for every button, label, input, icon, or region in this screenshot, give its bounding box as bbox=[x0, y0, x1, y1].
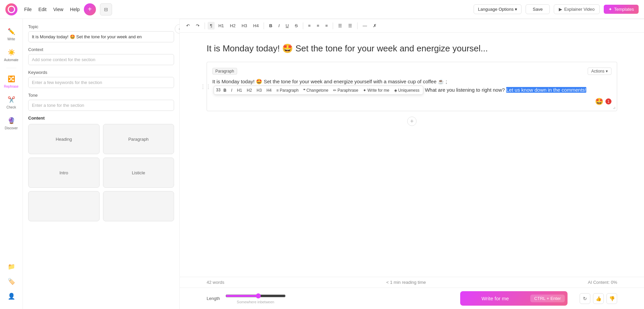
actions-button[interactable]: Actions ▾ bbox=[588, 68, 611, 75]
inline-writeforme-button[interactable]: ✦ Write for me bbox=[361, 87, 391, 93]
editor-scroll: It is Monday today! 🤩 Set the tone for y… bbox=[180, 33, 644, 277]
write-label: Write bbox=[7, 37, 15, 41]
h1-button[interactable]: H1 bbox=[216, 22, 226, 30]
layout-button[interactable]: ⊟ bbox=[100, 3, 112, 15]
strikethrough-button[interactable]: S bbox=[292, 22, 300, 30]
language-options-button[interactable]: Language Options ▾ bbox=[474, 4, 522, 14]
discover-icon: 🔮 bbox=[7, 116, 16, 125]
paragraph-button[interactable]: ¶ bbox=[208, 22, 215, 30]
inline-h4-button[interactable]: H4 bbox=[265, 87, 273, 93]
underline-button[interactable]: U bbox=[283, 22, 291, 30]
topic-input[interactable] bbox=[28, 31, 174, 42]
templates-label: Templates bbox=[614, 7, 634, 12]
keywords-input[interactable] bbox=[28, 77, 174, 88]
topbar: File Edit View Help + ⊟ Language Options… bbox=[0, 0, 644, 19]
sidebar-item-user[interactable]: 👤 bbox=[5, 289, 17, 304]
inline-bold-button[interactable]: B bbox=[222, 87, 228, 93]
tag-icon: 🏷️ bbox=[7, 277, 16, 286]
h3-button[interactable]: H3 bbox=[239, 22, 250, 30]
add-button[interactable]: + bbox=[84, 3, 96, 15]
menu-help[interactable]: Help bbox=[70, 7, 80, 12]
editor-title: It is Monday today! 🤩 Set the tone for y… bbox=[207, 43, 617, 54]
bold-button[interactable]: B bbox=[267, 22, 274, 30]
redo-button[interactable]: ↷ bbox=[194, 22, 202, 30]
content-card-5[interactable] bbox=[28, 191, 100, 221]
write-for-me-button[interactable]: Write for me CTRL + Enter bbox=[460, 291, 568, 306]
language-options-label: Language Options bbox=[478, 7, 514, 12]
menu-bar: File Edit View Help bbox=[24, 7, 80, 12]
sidebar-item-discover[interactable]: 🔮 Discover bbox=[0, 113, 22, 133]
inline-h3-button[interactable]: H3 bbox=[255, 87, 263, 93]
reading-time: < 1 min reading time bbox=[386, 280, 426, 285]
h2-button[interactable]: H2 bbox=[228, 22, 238, 30]
inline-uniqueness-button[interactable]: ◈ Uniqueness bbox=[392, 87, 421, 93]
content-grid: Heading Paragraph Intro Listicle bbox=[28, 124, 174, 221]
menu-edit[interactable]: Edit bbox=[39, 7, 47, 12]
font-size-value: 33 bbox=[216, 87, 220, 93]
sidebar-item-rephrase[interactable]: 🔀 Rephrase bbox=[0, 72, 22, 91]
main-layout: ✏️ Write ☀️ Automate 🔀 Rephrase ✂️ Check… bbox=[0, 19, 644, 309]
toolbar-divider-2 bbox=[264, 23, 264, 29]
resize-handle[interactable]: ⊿ bbox=[613, 106, 615, 109]
sidebar-item-folder[interactable]: 📁 bbox=[5, 259, 17, 274]
automate-label: Automate bbox=[4, 58, 18, 62]
content-card-paragraph[interactable]: Paragraph bbox=[103, 124, 174, 154]
bottom-bar: Length Somewhere inbetween Write for me … bbox=[180, 288, 644, 309]
keywords-group: Keywords bbox=[28, 70, 174, 88]
actions-chevron-icon: ▾ bbox=[606, 69, 608, 74]
chevron-down-icon: ▾ bbox=[515, 7, 517, 12]
actions-label: Actions bbox=[591, 69, 604, 74]
add-block-row: + bbox=[207, 117, 617, 126]
content-card-intro[interactable]: Intro bbox=[28, 158, 100, 188]
thumbs-up-button[interactable]: 👍 bbox=[593, 293, 604, 304]
paragraph-block: ⋮⋮ Paragraph Actions ▾ It is Monday toda… bbox=[207, 62, 617, 111]
write-icon: ✏️ bbox=[7, 27, 16, 36]
h4-button[interactable]: H4 bbox=[251, 22, 261, 30]
content-card-6[interactable] bbox=[103, 191, 174, 221]
templates-button[interactable]: ✦ Templates bbox=[604, 5, 639, 14]
hr-button[interactable]: — bbox=[360, 22, 369, 30]
sidebar-item-write[interactable]: ✏️ Write bbox=[0, 24, 22, 44]
context-label: Context bbox=[28, 47, 174, 52]
numbered-list-button[interactable]: ☰ bbox=[346, 22, 355, 30]
length-slider[interactable] bbox=[225, 293, 286, 299]
align-center-button[interactable]: ≡ bbox=[314, 22, 322, 30]
inline-paragraph-button[interactable]: ≡ Paragraph bbox=[275, 87, 300, 93]
align-right-button[interactable]: ≡ bbox=[323, 22, 330, 30]
undo-button[interactable]: ↶ bbox=[184, 22, 192, 30]
context-input[interactable] bbox=[28, 54, 174, 65]
thumbs-down-button[interactable]: 👎 bbox=[606, 293, 617, 304]
tone-input[interactable] bbox=[28, 100, 174, 111]
refresh-button[interactable]: ↻ bbox=[580, 293, 590, 304]
block-drag-handle[interactable]: ⋮⋮ bbox=[200, 83, 211, 90]
menu-file[interactable]: File bbox=[24, 7, 32, 12]
folder-icon: 📁 bbox=[7, 262, 16, 271]
content-card-listicle[interactable]: Listicle bbox=[103, 158, 174, 188]
sidebar-item-check[interactable]: ✂️ Check bbox=[0, 92, 22, 112]
save-button[interactable]: Save bbox=[526, 4, 550, 14]
italic-button[interactable]: I bbox=[276, 22, 282, 30]
align-left-button[interactable]: ≡ bbox=[306, 22, 313, 30]
user-icon: 👤 bbox=[7, 292, 16, 301]
content-card-heading[interactable]: Heading bbox=[28, 124, 100, 154]
add-block-button[interactable]: + bbox=[407, 117, 417, 126]
explainer-video-button[interactable]: ▶ Explainer Video bbox=[554, 4, 600, 14]
bullet-list-button[interactable]: ☰ bbox=[336, 22, 344, 30]
discover-label: Discover bbox=[5, 126, 18, 130]
inline-italic-button[interactable]: I bbox=[229, 87, 234, 93]
inline-paraphrase-button[interactable]: ✏ Paraphrase bbox=[331, 87, 360, 93]
menu-view[interactable]: View bbox=[53, 7, 63, 12]
bottom-right-actions: ↻ 👍 👎 bbox=[580, 293, 617, 304]
toolbar-divider-3 bbox=[303, 23, 303, 29]
explainer-label: Explainer Video bbox=[564, 7, 595, 12]
sidebar-item-tags[interactable]: 🏷️ bbox=[5, 274, 17, 289]
inline-h2-button[interactable]: H2 bbox=[245, 87, 254, 93]
check-icon: ✂️ bbox=[7, 95, 16, 104]
clear-format-button[interactable]: ✗ bbox=[371, 22, 379, 30]
inline-changetone-button[interactable]: ❝ Changetone bbox=[302, 87, 330, 93]
word-count: 42 words bbox=[207, 280, 224, 285]
inline-h1-button[interactable]: H1 bbox=[235, 87, 244, 93]
sidebar-divider bbox=[6, 68, 16, 68]
sidebar-item-automate[interactable]: ☀️ Automate bbox=[0, 45, 22, 64]
keywords-label: Keywords bbox=[28, 70, 174, 75]
